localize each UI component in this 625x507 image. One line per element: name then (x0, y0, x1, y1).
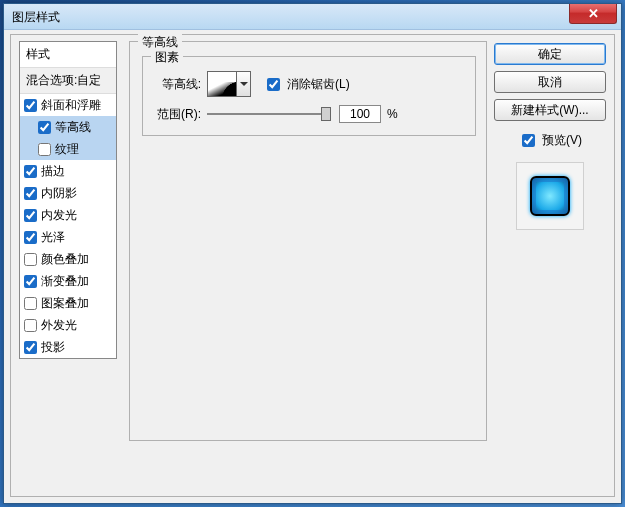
blending-options[interactable]: 混合选项:自定 (20, 68, 116, 94)
style-row-9[interactable]: 图案叠加 (20, 292, 116, 314)
contour-thumbnail[interactable] (207, 71, 237, 97)
style-row-6[interactable]: 光泽 (20, 226, 116, 248)
styles-header: 样式 (20, 42, 116, 68)
style-label: 颜色叠加 (41, 251, 89, 268)
preview-swatch (516, 162, 584, 230)
dialog-body: 样式 混合选项:自定 斜面和浮雕等高线纹理描边内阴影内发光光泽颜色叠加渐变叠加图… (10, 34, 615, 497)
style-label: 纹理 (55, 141, 79, 158)
elements-group: 图素 等高线: 消除锯齿(L) 范围(R): (142, 56, 476, 136)
right-column: 确定 取消 新建样式(W)... 预览(V) (494, 43, 606, 230)
range-input[interactable] (339, 105, 381, 123)
styles-list: 样式 混合选项:自定 斜面和浮雕等高线纹理描边内阴影内发光光泽颜色叠加渐变叠加图… (19, 41, 117, 359)
style-row-8[interactable]: 渐变叠加 (20, 270, 116, 292)
style-row-3[interactable]: 描边 (20, 160, 116, 182)
style-label: 渐变叠加 (41, 273, 89, 290)
preview-label: 预览(V) (542, 132, 582, 149)
slider-thumb[interactable] (321, 107, 331, 121)
style-checkbox[interactable] (24, 297, 37, 310)
contour-dropdown[interactable] (237, 71, 251, 97)
style-checkbox[interactable] (38, 121, 51, 134)
title-bar[interactable]: 图层样式 ✕ (4, 4, 621, 30)
style-row-7[interactable]: 颜色叠加 (20, 248, 116, 270)
style-label: 斜面和浮雕 (41, 97, 101, 114)
style-label: 等高线 (55, 119, 91, 136)
style-row-1[interactable]: 等高线 (20, 116, 116, 138)
style-row-10[interactable]: 外发光 (20, 314, 116, 336)
anti-alias-checkbox[interactable] (267, 78, 280, 91)
style-label: 图案叠加 (41, 295, 89, 312)
style-row-4[interactable]: 内阴影 (20, 182, 116, 204)
style-row-2[interactable]: 纹理 (20, 138, 116, 160)
style-checkbox[interactable] (24, 187, 37, 200)
style-checkbox[interactable] (24, 165, 37, 178)
style-checkbox[interactable] (24, 231, 37, 244)
anti-alias-label: 消除锯齿(L) (287, 76, 350, 93)
cancel-button[interactable]: 取消 (494, 71, 606, 93)
style-label: 外发光 (41, 317, 77, 334)
style-row-5[interactable]: 内发光 (20, 204, 116, 226)
style-label: 投影 (41, 339, 65, 356)
dialog-window: 图层样式 ✕ 样式 混合选项:自定 斜面和浮雕等高线纹理描边内阴影内发光光泽颜色… (3, 3, 622, 504)
style-checkbox[interactable] (24, 319, 37, 332)
style-checkbox[interactable] (24, 253, 37, 266)
close-icon: ✕ (588, 6, 599, 21)
style-checkbox[interactable] (24, 275, 37, 288)
new-style-button[interactable]: 新建样式(W)... (494, 99, 606, 121)
svg-marker-0 (240, 82, 248, 86)
contour-group: 等高线 图素 等高线: 消除锯齿(L) 范围(R): (129, 41, 487, 441)
style-checkbox[interactable] (24, 341, 37, 354)
style-row-11[interactable]: 投影 (20, 336, 116, 358)
contour-label: 等高线: (149, 76, 201, 93)
range-unit: % (387, 107, 398, 121)
style-checkbox[interactable] (24, 99, 37, 112)
range-slider[interactable] (207, 107, 331, 121)
style-label: 内阴影 (41, 185, 77, 202)
preview-checkbox[interactable] (522, 134, 535, 147)
preview-thumbnail (530, 176, 570, 216)
ok-button[interactable]: 确定 (494, 43, 606, 65)
style-label: 内发光 (41, 207, 77, 224)
style-label: 光泽 (41, 229, 65, 246)
close-button[interactable]: ✕ (569, 4, 617, 24)
style-label: 描边 (41, 163, 65, 180)
window-title: 图层样式 (12, 9, 60, 26)
range-label: 范围(R): (149, 106, 201, 123)
style-checkbox[interactable] (24, 209, 37, 222)
style-row-0[interactable]: 斜面和浮雕 (20, 94, 116, 116)
elements-legend: 图素 (151, 49, 183, 66)
style-checkbox[interactable] (38, 143, 51, 156)
chevron-down-icon (240, 82, 248, 86)
